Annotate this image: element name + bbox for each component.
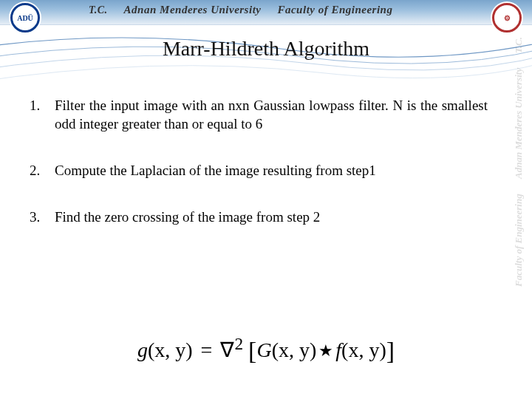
formula: g(x, y) = ∇2 [G(x, y)★f(x, y)]: [0, 334, 532, 365]
left-bracket-icon: [: [248, 337, 256, 364]
decorative-swoosh-icon: [0, 19, 532, 108]
formula-args: (x, y): [341, 338, 386, 361]
formula-G: G: [256, 338, 271, 361]
step-text: Filter the input image with an nxn Gauss…: [55, 96, 488, 133]
nabla-icon: ∇: [220, 338, 234, 361]
header-university: Adnan Menderes University: [124, 4, 262, 16]
right-bracket-icon: ]: [386, 337, 395, 364]
steps-list: 1. Filter the input image with an nxn Ga…: [30, 96, 488, 254]
formula-args: (x, y): [148, 338, 193, 361]
step-number: 3.: [30, 208, 55, 226]
step-number: 2.: [30, 161, 55, 180]
equals-sign: =: [198, 338, 216, 361]
header-text: T.C. Adnan Menderes University Faculty o…: [89, 4, 488, 16]
formula-square: 2: [234, 334, 243, 353]
side-faculty: Faculty of Engineering: [513, 194, 531, 287]
formula-f: f: [335, 338, 341, 361]
faculty-logo-right-icon: ⚙: [492, 3, 522, 33]
step-text: Compute the Laplacian of the image resul…: [55, 161, 488, 180]
step-text: Find the zero crossing of the image from…: [55, 208, 488, 226]
formula-args: (x, y): [272, 338, 317, 361]
header-tc: T.C.: [89, 4, 108, 16]
step-number: 1.: [30, 96, 55, 133]
convolution-star-icon: ★: [316, 341, 335, 360]
formula-g: g: [137, 338, 148, 361]
side-university: Adnan Menderes University: [513, 68, 531, 179]
list-item: 3. Find the zero crossing of the image f…: [30, 208, 488, 226]
list-item: 1. Filter the input image with an nxn Ga…: [30, 96, 488, 133]
page-title: Marr-Hildreth Algorithm: [0, 37, 532, 61]
university-logo-left-icon: ADÜ: [10, 3, 40, 33]
list-item: 2. Compute the Laplacian of the image re…: [30, 161, 488, 180]
header-faculty: Faculty of Engineering: [277, 4, 392, 16]
